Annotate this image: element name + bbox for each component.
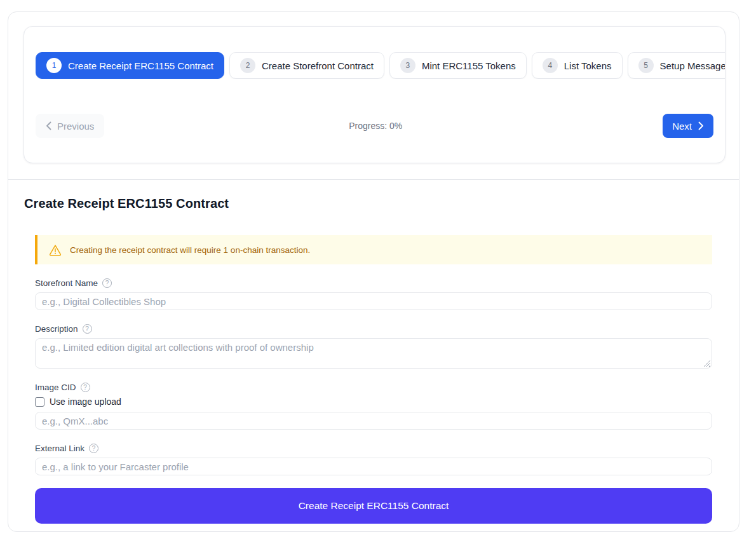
field-storefront-name: Storefront Name ?: [35, 278, 712, 310]
step-content: Create Receipt ERC1155 Contract Creating…: [8, 196, 739, 549]
step-label: Create Storefront Contract: [262, 60, 374, 71]
help-icon[interactable]: ?: [83, 324, 92, 334]
external-link-input[interactable]: [35, 458, 712, 475]
step-number-badge: 4: [543, 58, 558, 73]
next-button[interactable]: Next: [663, 114, 713, 138]
external-link-label: External Link: [35, 444, 84, 453]
warning-icon: [49, 244, 62, 256]
section-divider: [8, 179, 739, 180]
help-icon[interactable]: ?: [89, 444, 98, 453]
step-label: List Tokens: [564, 60, 612, 71]
step-create-storefront-contract[interactable]: 2 Create Storefront Contract: [229, 52, 384, 79]
previous-button[interactable]: Previous: [36, 114, 104, 138]
progress-text: Progress: 0%: [349, 121, 402, 131]
field-image-cid: Image CID ? Use image upload: [35, 383, 712, 430]
page-title: Create Receipt ERC1155 Contract: [24, 196, 723, 211]
next-label: Next: [672, 121, 692, 132]
step-label: Setup Message: [660, 60, 725, 71]
step-list-tokens[interactable]: 4 List Tokens: [532, 52, 623, 79]
step-create-receipt-contract[interactable]: 1 Create Receipt ERC1155 Contract: [36, 52, 224, 79]
step-mint-erc1155-tokens[interactable]: 3 Mint ERC1155 Tokens: [389, 52, 527, 79]
wizard-container: 1 Create Receipt ERC1155 Contract 2 Crea…: [8, 11, 739, 532]
warning-banner: Creating the receipt contract will requi…: [35, 235, 712, 264]
use-image-upload-checkbox[interactable]: [35, 397, 44, 407]
step-number-badge: 3: [400, 58, 415, 73]
step-list: 1 Create Receipt ERC1155 Contract 2 Crea…: [36, 52, 725, 79]
field-description: Description ?: [35, 324, 712, 369]
step-setup-message[interactable]: 5 Setup Message: [628, 52, 725, 79]
stepper-card: 1 Create Receipt ERC1155 Contract 2 Crea…: [24, 26, 726, 163]
storefront-name-label: Storefront Name: [35, 278, 98, 288]
warning-text: Creating the receipt contract will requi…: [70, 245, 310, 255]
create-receipt-form: Creating the receipt contract will requi…: [35, 235, 712, 524]
chevron-left-icon: [46, 121, 51, 130]
field-external-link: External Link ?: [35, 444, 712, 475]
step-label: Create Receipt ERC1155 Contract: [68, 60, 213, 71]
help-icon[interactable]: ?: [81, 383, 90, 392]
step-number-badge: 2: [240, 58, 255, 73]
image-cid-label: Image CID: [35, 383, 76, 392]
stepper-nav: Previous Progress: 0% Next: [36, 114, 713, 138]
create-receipt-contract-button[interactable]: Create Receipt ERC1155 Contract: [35, 488, 712, 524]
image-cid-input[interactable]: [35, 412, 712, 430]
use-image-upload-label: Use image upload: [50, 397, 121, 407]
storefront-name-input[interactable]: [35, 292, 712, 310]
description-textarea[interactable]: [35, 338, 712, 369]
step-number-badge: 1: [46, 58, 62, 73]
step-number-badge: 5: [638, 58, 654, 73]
description-label: Description: [35, 324, 78, 334]
previous-label: Previous: [57, 121, 94, 132]
help-icon[interactable]: ?: [102, 278, 112, 288]
step-label: Mint ERC1155 Tokens: [422, 60, 516, 71]
chevron-right-icon: [698, 121, 704, 130]
